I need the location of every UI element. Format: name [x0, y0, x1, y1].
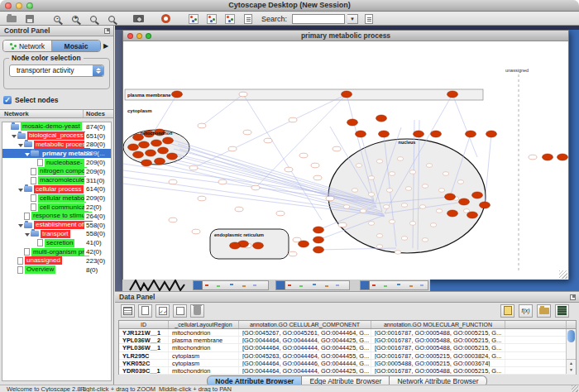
zoom-view-button[interactable]	[146, 33, 151, 39]
selected-gene-node[interactable]	[379, 131, 390, 137]
minimize-view-button[interactable]	[136, 33, 142, 39]
open-session-button[interactable]	[3, 13, 19, 25]
gene-node[interactable]	[395, 251, 401, 255]
column-header-id[interactable]: ID	[119, 321, 169, 328]
gene-node[interactable]	[352, 189, 358, 193]
table-row[interactable]: YPL036W__1mitochondrion[GO:0044464, GO:0…	[119, 344, 576, 351]
gene-node[interactable]	[389, 220, 395, 224]
gene-node[interactable]	[313, 175, 322, 180]
gene-node[interactable]	[338, 222, 347, 227]
selected-gene-node[interactable]	[167, 153, 178, 160]
select-all-attributes-button[interactable]: ✓✓	[156, 304, 170, 318]
selected-gene-node[interactable]	[313, 237, 324, 243]
tree-row-response-to-stimulu[interactable]: response to stimulu264(0)	[2, 212, 111, 221]
vizmapper-button[interactable]	[185, 13, 201, 25]
selected-gene-node[interactable]	[141, 160, 152, 166]
gene-node[interactable]	[368, 222, 375, 226]
scrollbar-thumb[interactable]	[567, 330, 575, 342]
tree-row-establishment-of-lo[interactable]: establishment of lo558(0)	[2, 221, 111, 230]
selected-gene-node[interactable]	[459, 198, 470, 205]
selected-gene-node[interactable]	[467, 212, 478, 218]
close-view-button[interactable]	[127, 33, 133, 39]
tree-row-macromolecule[interactable]: macromolecule311(0)	[2, 176, 111, 185]
new-network-from-selected-nodes-button[interactable]	[203, 13, 219, 25]
selected-gene-node[interactable]	[313, 246, 324, 253]
column-header-annotation-go-cellular-component[interactable]: annotation.GO CELLULAR_COMPONENT	[239, 321, 371, 328]
select-attributes-button[interactable]	[121, 304, 135, 318]
snapshot-button[interactable]	[131, 13, 146, 25]
gene-node[interactable]	[438, 189, 445, 193]
selected-gene-node[interactable]	[128, 144, 139, 151]
gene-node[interactable]	[333, 146, 341, 151]
gene-node[interactable]	[376, 245, 383, 249]
gene-node[interactable]	[243, 130, 251, 135]
gene-node[interactable]	[235, 207, 243, 212]
view-resize-grip[interactable]	[559, 270, 567, 279]
gene-node[interactable]	[356, 164, 362, 168]
gene-node[interactable]	[289, 251, 297, 256]
expand-arrow-icon[interactable]	[18, 141, 24, 149]
tree-column-nodes[interactable]: Nodes	[84, 110, 113, 117]
selected-gene-node[interactable]	[447, 210, 458, 217]
tree-row-multi-organism-pro[interactable]: multi-organism pro42(0)	[2, 247, 111, 256]
selected-gene-node[interactable]	[486, 131, 497, 137]
gene-node[interactable]	[239, 92, 247, 97]
tree-row-secretion[interactable]: secretion41(0)	[2, 238, 111, 247]
tree-row-metabolic-process[interactable]: metabolic process280(0)	[2, 141, 111, 150]
gene-node[interactable]	[397, 157, 404, 161]
selected-gene-node[interactable]	[431, 131, 442, 137]
heatmap-view-button[interactable]	[555, 304, 569, 318]
tree-row-nucleobase[interactable]: nucleobase-209(0)	[2, 158, 111, 167]
gene-node[interactable]	[443, 172, 449, 176]
attribute-batch-editor-button[interactable]	[500, 304, 514, 318]
gene-node[interactable]	[360, 209, 366, 213]
annotation-tool-button[interactable]	[240, 13, 256, 25]
selected-gene-node[interactable]	[155, 158, 165, 165]
selected-gene-node[interactable]	[158, 147, 169, 154]
expand-arrow-icon[interactable]	[25, 230, 31, 238]
selected-gene-node[interactable]	[342, 91, 352, 98]
gene-node[interactable]	[228, 146, 237, 151]
gene-node[interactable]	[169, 218, 177, 222]
expand-arrow-icon[interactable]	[18, 221, 24, 229]
gene-node[interactable]	[299, 153, 308, 158]
table-row[interactable]: YJR121W__1mitochondrion[GO:0045267, GO:0…	[119, 329, 576, 337]
tree-row-transport[interactable]: transport558(0)	[2, 230, 111, 239]
selected-gene-node[interactable]	[299, 241, 309, 247]
gene-node[interactable]	[264, 138, 272, 143]
gene-node[interactable]	[409, 222, 416, 226]
gene-node[interactable]	[251, 185, 260, 190]
gene-node[interactable]	[169, 179, 177, 184]
gene-node[interactable]	[405, 187, 412, 191]
gene-node[interactable]	[376, 234, 383, 238]
delete-attribute-button[interactable]	[190, 304, 204, 318]
tree-column-network[interactable]: Network	[0, 110, 84, 117]
gene-node[interactable]	[401, 203, 408, 208]
expand-arrow-icon[interactable]	[12, 131, 17, 140]
network-canvas[interactable]: plasma membrane cytoplasm mitochondrion …	[123, 41, 568, 280]
zoom-out-button[interactable]: -	[49, 13, 65, 25]
tree-row-unassigned[interactable]: unassigned223(0)	[2, 256, 111, 265]
import-attributes-button[interactable]	[361, 13, 376, 25]
tree-row-cellular-metabo[interactable]: cellular metabo209(0)	[2, 194, 111, 203]
selected-gene-node[interactable]	[543, 154, 553, 160]
gene-node[interactable]	[457, 180, 464, 184]
column-header-annotation-go-molecular-function[interactable]: annotation.GO MOLECULAR_FUNCTION	[371, 321, 505, 328]
more-tabs-button[interactable]: ▶	[101, 42, 111, 50]
tab-network[interactable]: Network	[3, 41, 52, 51]
tab-mosaic[interactable]: Mosaic	[52, 41, 100, 51]
gene-node[interactable]	[426, 164, 433, 168]
table-row[interactable]: YDR039C__1mitochondrion[GO:0044464, GO:0…	[119, 367, 576, 375]
gene-node[interactable]	[376, 160, 383, 164]
tree-row-overview[interactable]: Overview8(0)	[2, 265, 111, 275]
gene-node[interactable]	[419, 205, 426, 209]
gene-node[interactable]	[409, 170, 416, 174]
table-row[interactable]: YLR295Ccytoplasm[GO:0045263, GO:0044464,…	[119, 352, 576, 360]
gene-node[interactable]	[529, 155, 537, 160]
gene-node[interactable]	[422, 238, 428, 242]
column-header-cellularlayoutregion[interactable]: _cellularLayoutRegion	[169, 321, 239, 328]
selected-gene-node[interactable]	[253, 242, 264, 249]
selected-gene-node[interactable]	[139, 141, 150, 148]
selected-gene-node[interactable]	[133, 151, 144, 158]
network-window-titlebar[interactable]: primary metabolic process	[123, 31, 568, 41]
